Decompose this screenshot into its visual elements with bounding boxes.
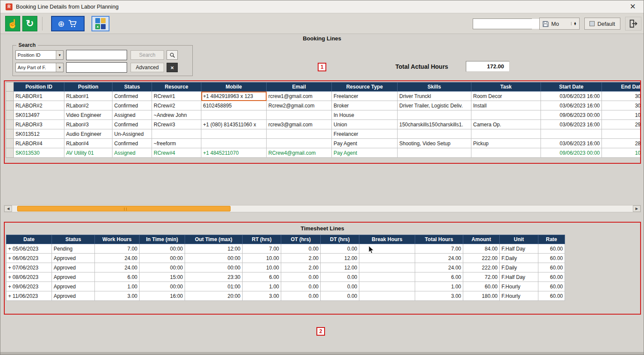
cell[interactable]: Approved [52,291,95,301]
cell[interactable]: Confirmed [112,101,152,110]
column-header[interactable]: Resource [152,83,201,92]
cell[interactable]: 20:00 [185,291,243,301]
cell[interactable]: 6.00 [415,272,463,282]
cell[interactable]: F.Half Day [500,272,538,282]
column-header[interactable]: Position [64,83,112,92]
row-selector[interactable] [6,110,14,120]
cell[interactable]: 2.00 [281,254,321,263]
cell[interactable]: 0.00 [281,291,321,301]
column-header[interactable]: Amount [463,235,500,244]
cell[interactable]: 72.00 [463,272,500,282]
cell[interactable]: 28/06/2023 [602,139,641,148]
column-header[interactable]: Task [471,83,541,92]
cell[interactable]: 1.00 [243,282,281,291]
cell[interactable]: AV Utility 01 [64,148,112,158]
cell[interactable]: Video Engineer [64,110,112,120]
cell[interactable]: 09/06/2023 00:00 [541,110,602,120]
cell[interactable]: 00:00 [140,282,185,291]
cell[interactable]: SK013497 [14,110,64,120]
cell[interactable] [359,254,415,263]
layout-selector-combo[interactable]: ▼ [473,18,532,29]
column-header[interactable]: Status [52,235,95,244]
cell[interactable]: 60.00 [538,244,565,254]
cell[interactable]: 03/06/2023 16:00 [541,120,602,129]
cell[interactable] [359,291,415,301]
cell[interactable]: F.Half Day [500,244,538,254]
cell[interactable]: 6.00 [95,272,140,282]
cell[interactable]: 3.00 [243,291,281,301]
search-button[interactable]: Search [131,50,164,60]
table-row[interactable]: RLABOR#3RLabor#3ConfirmedRCrew#3+1 (080)… [6,120,641,129]
cell[interactable]: RLABOR#3 [14,120,64,129]
cell[interactable]: 10.00 [243,263,281,272]
cell[interactable]: Freelancer [332,92,398,101]
cell[interactable]: 00:00 [185,254,243,263]
cell[interactable]: Driver Trailer, Logistic Deliv. [398,101,471,110]
table-row[interactable]: + 07/06/2023Approved24.0000:0000:0010.00… [6,263,565,272]
chevron-down-icon[interactable]: ▼ [56,51,63,59]
cell[interactable]: 10.00 [243,254,281,263]
cell[interactable]: + 11/06/2023 [6,291,52,301]
cell[interactable]: Approved [52,272,95,282]
cell[interactable]: rcrew1@gmail.com [267,92,332,101]
cell[interactable]: 0.00 [281,244,321,254]
cell[interactable]: RCrew#4 [152,148,201,158]
cell[interactable]: RLABOR#2 [14,101,64,110]
cell[interactable] [359,263,415,272]
cell[interactable]: 24.00 [95,254,140,263]
cell[interactable] [152,129,201,139]
cell[interactable]: Driver Trunckl [398,92,471,101]
cell[interactable]: Confirmed [112,92,152,101]
cell[interactable]: Union [332,120,398,129]
cell[interactable]: 1.00 [415,282,463,291]
cell[interactable]: SK013512 [14,129,64,139]
cell[interactable]: RCrew#3 [152,120,201,129]
cell[interactable] [201,129,267,139]
cell[interactable]: ~Andrew John [152,110,201,120]
cell[interactable]: RLabor#3 [64,120,112,129]
cell[interactable]: +1 (080) 8143511060 x [201,120,267,129]
cell[interactable]: 01:00 [185,282,243,291]
cell[interactable]: 09/06/2023 00:00 [541,148,602,158]
column-header[interactable]: In Time (min) [140,235,185,244]
cell[interactable] [471,110,541,120]
refresh-button[interactable]: ↻ [22,16,37,31]
export-tools-button[interactable]: X [91,16,109,31]
cell[interactable]: 12:00 [185,244,243,254]
cell[interactable]: Broker [332,101,398,110]
cell[interactable]: 03/06/2023 16:00 [541,139,602,148]
cell[interactable]: RCrew#2 [152,101,201,110]
chevron-down-icon[interactable]: ▼ [56,63,63,72]
cell[interactable]: Rcrew2@gmail.com [267,101,332,110]
cell[interactable]: 60.00 [538,263,565,272]
search-field-dropdown[interactable]: Position ID ▼ [15,50,64,60]
cell[interactable] [398,129,471,139]
search-match-dropdown[interactable]: Any Part of F. ▼ [15,63,64,72]
cell[interactable]: 0.00 [321,291,359,301]
cell[interactable]: 00:00 [140,254,185,263]
cell[interactable]: RLABOR#1 [14,92,64,101]
cell[interactable]: 00:00 [140,244,185,254]
column-header[interactable]: Start Date [541,83,602,92]
close-icon[interactable]: ✕ [627,2,638,11]
cell[interactable]: +1 4845211070 [201,148,267,158]
table-row[interactable]: RLABOR#2RLabor#2ConfirmedRCrew#261024588… [6,101,641,110]
cell[interactable]: Pickup [471,139,541,148]
cell[interactable]: F.Daily [500,263,538,272]
cell[interactable]: rcrew3@gmail.com [267,120,332,129]
cell[interactable]: + 09/06/2023 [6,282,52,291]
cell[interactable]: 60.00 [538,282,565,291]
cell[interactable] [267,139,332,148]
cell[interactable] [201,139,267,148]
cell[interactable]: 0.00 [281,282,321,291]
cell[interactable]: RLabor#4 [64,139,112,148]
cell[interactable]: 15:00 [140,272,185,282]
cell[interactable]: 30/06/2023 [602,92,641,101]
cell[interactable]: Audio Engineer [64,129,112,139]
layout-selector-input[interactable] [473,19,543,29]
cell[interactable]: 150charskills150charskills1. [398,120,471,129]
advanced-search-button[interactable]: Advanced [131,63,164,72]
cell[interactable]: RLabor#2 [64,101,112,110]
row-selector[interactable] [6,120,14,129]
column-header[interactable]: Work Hours [95,235,140,244]
